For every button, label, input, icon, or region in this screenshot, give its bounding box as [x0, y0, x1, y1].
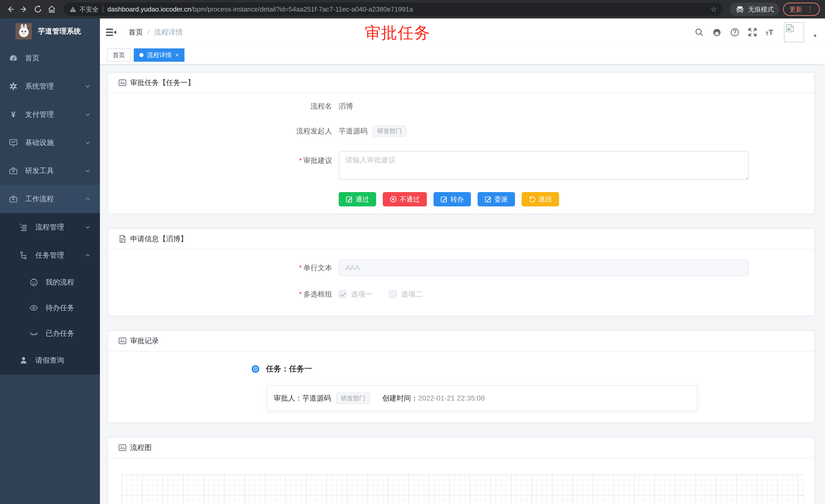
- yen-icon: ¥: [8, 110, 18, 118]
- sidebar-item-devtools[interactable]: 研发工具: [0, 157, 100, 185]
- url-path: /bpm/process-instance/detail?id=54aa251f…: [191, 5, 413, 13]
- breadcrumb-separator: /: [148, 28, 150, 36]
- chevron-down-icon: [85, 224, 91, 230]
- update-label: 更新: [790, 5, 802, 14]
- sidebar-item-my-process[interactable]: 我的流程: [0, 269, 100, 295]
- single-line-text-input: [339, 260, 749, 276]
- close-icon[interactable]: ×: [175, 52, 179, 59]
- suggestion-textarea[interactable]: [339, 151, 749, 180]
- checkbox-group-label: *多选框组: [119, 289, 339, 299]
- reject-button[interactable]: 不通过: [383, 192, 427, 206]
- sidebar-item-task-mgmt[interactable]: 任务管理: [0, 241, 100, 269]
- tab-home[interactable]: 首页: [107, 49, 131, 62]
- sidebar-item-process-mgmt[interactable]: 流程管理: [0, 213, 100, 241]
- security-label: 不安全: [79, 5, 99, 14]
- page-content: 审批任务【任务一】 流程名 滔博 流程发起人 芋道源码 研发部门: [100, 65, 825, 504]
- url-host: dashboard.yudao.iocoder.cn: [107, 5, 191, 13]
- briefcase-icon: [8, 194, 18, 203]
- clock-icon: [251, 365, 259, 373]
- sidebar-item-todo-tasks[interactable]: 待办任务: [0, 295, 100, 321]
- transfer-button[interactable]: 转办: [434, 192, 471, 206]
- sidebar-item-payment[interactable]: ¥ 支付管理: [0, 100, 100, 129]
- chevron-up-icon: [85, 252, 91, 258]
- insecure-warning-icon[interactable]: [70, 6, 76, 12]
- app-logo[interactable]: 芋道管理系统: [0, 18, 100, 44]
- sidebar-item-system[interactable]: 系统管理: [0, 72, 100, 100]
- user-icon: [18, 356, 29, 365]
- approver-label: 审批人：: [274, 393, 302, 403]
- sidebar-item-workflow[interactable]: 工作流程: [0, 185, 100, 213]
- apply-info-card: 申请信息【滔博】 *单行文本 *多选框组 选项一: [107, 229, 815, 316]
- github-icon[interactable]: [712, 28, 722, 37]
- breadcrumb: 首页 / 流程详情: [129, 27, 183, 37]
- sidebar-item-label: 已办任务: [46, 329, 91, 338]
- dept-tag: 研发部门: [373, 125, 406, 137]
- sidebar-item-label: 工作流程: [25, 194, 85, 204]
- approval-record-item: 审批人： 芋道源码 研发部门 创建时间： 2022-01-21 22:35:08: [267, 386, 697, 411]
- reload-icon[interactable]: [33, 4, 43, 14]
- bookmark-star-icon[interactable]: ☆: [705, 5, 717, 14]
- fullscreen-icon[interactable]: [748, 28, 757, 36]
- text-field-label: *单行文本: [119, 263, 339, 273]
- sidebar-item-label: 请假查询: [35, 355, 91, 365]
- gear-icon: [8, 82, 18, 91]
- delegate-button[interactable]: 委派: [477, 192, 515, 206]
- required-asterisk: *: [299, 157, 302, 164]
- workflow-submenu: 流程管理 任务管理 我的流程: [0, 213, 100, 374]
- task-title: 任务：任务一: [266, 364, 312, 374]
- checkbox-option-1: 选项一: [339, 289, 373, 299]
- return-button[interactable]: 退回: [522, 192, 559, 206]
- sidebar-collapse-icon[interactable]: [106, 28, 117, 36]
- picture-icon: [119, 79, 127, 87]
- initiator-label: 流程发起人: [119, 126, 339, 136]
- checkbox-unchecked-icon: [389, 290, 397, 298]
- edit-icon: [485, 196, 492, 202]
- back-icon[interactable]: [5, 4, 15, 14]
- address-bar[interactable]: 不安全 dashboard.yudao.iocoder.cn /bpm/proc…: [64, 3, 723, 16]
- font-size-icon[interactable]: TT: [765, 28, 773, 36]
- chevron-down-icon: [85, 111, 91, 117]
- search-icon[interactable]: [695, 28, 703, 36]
- browser-update-button[interactable]: 更新 ⋮: [783, 3, 820, 16]
- sidebar-item-infra[interactable]: 基础设施: [0, 129, 100, 157]
- broken-image-icon: [785, 24, 794, 32]
- checkbox-option-2: 选项二: [389, 289, 423, 299]
- tab-label: 流程详情: [147, 51, 172, 59]
- approver-name: 芋道源码: [302, 393, 331, 403]
- list-icon: [18, 223, 29, 232]
- initiator-value: 芋道源码: [339, 126, 367, 136]
- approve-button[interactable]: 通过: [339, 192, 376, 206]
- avatar[interactable]: [784, 22, 804, 42]
- process-name-value: 滔博: [339, 101, 353, 111]
- picture-icon: [119, 443, 127, 452]
- home-icon[interactable]: [47, 4, 57, 14]
- divider: [103, 6, 103, 13]
- card-header: 审批任务【任务一】: [108, 73, 814, 93]
- breadcrumb-current: 流程详情: [154, 27, 183, 37]
- sidebar: 芋道管理系统 首页 系统管理 ¥ 支付管理: [0, 18, 100, 504]
- tree-icon: [18, 251, 29, 260]
- circle-close-icon: [390, 196, 397, 202]
- breadcrumb-home[interactable]: 首页: [129, 27, 143, 37]
- tab-process-detail[interactable]: 流程详情 ×: [134, 49, 184, 62]
- sidebar-item-label: 待办任务: [46, 303, 91, 313]
- sidebar-item-label: 支付管理: [25, 110, 85, 119]
- forward-icon[interactable]: [19, 4, 29, 14]
- process-name-label: 流程名: [119, 101, 339, 111]
- sidebar-item-leave-query[interactable]: 请假查询: [0, 346, 100, 374]
- tab-label: 首页: [113, 51, 125, 59]
- sidebar-item-label: 首页: [25, 53, 91, 63]
- help-icon[interactable]: [730, 28, 739, 37]
- incognito-label: 无痕模式: [748, 5, 774, 14]
- user-menu-caret-icon[interactable]: ▼: [813, 33, 817, 39]
- timeline-item: 任务：任务一: [251, 364, 804, 374]
- active-dot-icon: [139, 53, 144, 57]
- sidebar-item-home[interactable]: 首页: [0, 44, 100, 72]
- checkbox-checked-icon: [339, 290, 347, 298]
- bpmn-diagram-canvas[interactable]: [122, 475, 804, 504]
- browser-menu-icon[interactable]: ⋮: [807, 5, 814, 13]
- edit-icon: [441, 196, 447, 202]
- browser-toolbar: 不安全 dashboard.yudao.iocoder.cn /bpm/proc…: [0, 0, 825, 18]
- suggestion-label: *审批建议: [119, 151, 339, 165]
- sidebar-item-done-tasks[interactable]: 已办任务: [0, 321, 100, 346]
